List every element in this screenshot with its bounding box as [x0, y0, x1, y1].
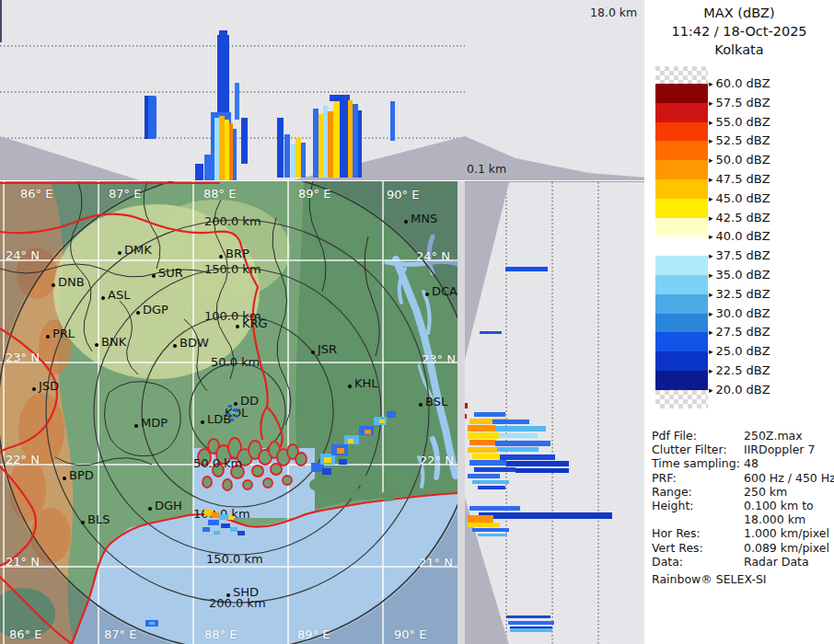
legend-level-42.5: ▸42.5 dBZ [709, 211, 770, 224]
meta-row-prf-: PRF:600 Hz / 450 Hz [652, 471, 832, 485]
min-height-label: 0.1 km [467, 162, 506, 176]
legend-level-57.5: ▸57.5 dBZ [709, 96, 770, 109]
panel-gap [458, 181, 465, 644]
metadata-footer: Rainbow® SELEX-SI [652, 572, 767, 586]
level-text: 37.5 dBZ [716, 248, 770, 262]
meta-row-vert-res-: Vert Res:0.089 km/pixel [652, 541, 832, 555]
meta-label: Hor Res: [652, 526, 701, 540]
level-arrow-icon: ▸ [709, 213, 713, 223]
legend-labels: ▸60.0 dBZ▸57.5 dBZ▸55.0 dBZ▸52.5 dBZ▸50.… [644, 0, 834, 423]
side-projection-panel [465, 181, 647, 644]
echo-cluster-khl [311, 411, 396, 475]
level-arrow-icon: ▸ [709, 251, 713, 260]
meta-label: PRF: [652, 471, 677, 485]
level-text: 40.0 dBZ [716, 229, 770, 243]
radar-display-window: 18.0 km 0.1 km [0, 0, 834, 644]
meta-label: Data: [652, 555, 683, 569]
meta-row-height-: Height:0.100 km to [652, 499, 832, 512]
echo-cluster-coast [203, 510, 245, 535]
legend-level-47.5: ▸47.5 dBZ [709, 172, 770, 186]
level-text: 27.5 dBZ [716, 325, 770, 339]
level-arrow-icon: ▸ [709, 79, 713, 88]
meta-value: 250 km [744, 485, 787, 499]
legend-panel: MAX (dBZ) 11:42 / 18-Oct-2025 Kolkata ▸6… [644, 0, 834, 644]
level-arrow-icon: ▸ [709, 290, 713, 299]
level-arrow-icon: ▸ [709, 232, 713, 241]
meta-value: IIRDoppler 7 [744, 443, 815, 456]
level-arrow-icon: ▸ [709, 98, 713, 108]
meta-value: 600 Hz / 450 Hz [744, 471, 834, 485]
level-arrow-icon: ▸ [709, 366, 713, 375]
level-arrow-icon: ▸ [709, 385, 713, 395]
legend-level-60.0: ▸60.0 dBZ [709, 76, 770, 90]
level-arrow-icon: ▸ [709, 155, 713, 165]
level-text: 32.5 dBZ [716, 287, 770, 301]
legend-level-37.5: ▸37.5 dBZ [709, 248, 770, 262]
level-text: 42.5 dBZ [716, 211, 770, 224]
side-projection-canvas [465, 182, 647, 644]
level-text: 47.5 dBZ [716, 172, 770, 186]
legend-level-27.5: ▸27.5 dBZ [709, 325, 770, 339]
level-text: 45.0 dBZ [716, 191, 770, 205]
meta-row-time-sampling-: Time sampling:48 [652, 456, 832, 470]
level-arrow-icon: ▸ [709, 175, 713, 184]
legend-level-22.5: ▸22.5 dBZ [709, 363, 770, 377]
meta-label: Clutter Filter: [652, 443, 727, 456]
level-text: 50.0 dBZ [716, 153, 770, 167]
meta-label: Pdf File: [652, 429, 697, 443]
legend-level-32.5: ▸32.5 dBZ [709, 287, 770, 301]
level-arrow-icon: ▸ [709, 270, 713, 280]
level-arrow-icon: ▸ [709, 194, 713, 203]
meta-value: 48 [744, 456, 759, 470]
map-echoes [0, 181, 458, 644]
meta-row-data-: Data:Radar Data [652, 555, 832, 569]
echo-sea-speck [145, 620, 158, 627]
max-height-label: 18.0 km [590, 6, 637, 19]
panel-left-edge [0, 0, 2, 42]
level-text: 22.5 dBZ [716, 363, 770, 377]
level-text: 20.0 dBZ [716, 383, 770, 397]
meta-row-clutter-filter-: Clutter Filter:IIRDoppler 7 [652, 443, 832, 456]
level-arrow-icon: ▸ [709, 118, 713, 127]
meta-value: 0.089 km/pixel [744, 541, 829, 555]
level-text: 25.0 dBZ [716, 344, 770, 358]
top-projection-canvas [0, 0, 647, 180]
meta-value: Radar Data [744, 555, 809, 569]
level-text: 60.0 dBZ [716, 76, 770, 90]
meta-label: Range: [652, 485, 692, 499]
legend-level-40.0: ▸40.0 dBZ [709, 229, 770, 243]
meta-value: 1.000 km/pixel [744, 526, 829, 540]
level-arrow-icon: ▸ [709, 328, 713, 337]
legend-level-25.0: ▸25.0 dBZ [709, 344, 770, 358]
meta-row-pdf-file-: Pdf File:250Z.max [652, 429, 832, 443]
legend-level-20.0: ▸20.0 dBZ [709, 383, 770, 397]
legend-level-35.0: ▸35.0 dBZ [709, 268, 770, 282]
level-arrow-icon: ▸ [709, 136, 713, 145]
meta-value: 250Z.max [744, 429, 803, 443]
legend-level-50.0: ▸50.0 dBZ [709, 153, 770, 167]
top-projection-panel: 18.0 km 0.1 km [0, 0, 647, 180]
meta-label: Vert Res: [652, 541, 703, 555]
meta-row-hor-res-: Hor Res:1.000 km/pixel [652, 526, 832, 540]
level-text: 52.5 dBZ [716, 133, 770, 147]
level-arrow-icon: ▸ [709, 347, 713, 356]
echo-center-clutter [226, 405, 238, 421]
xz-echoes [145, 30, 395, 180]
level-text: 55.0 dBZ [716, 115, 770, 129]
level-text: 35.0 dBZ [716, 268, 770, 282]
legend-level-52.5: ▸52.5 dBZ [709, 133, 770, 147]
legend-level-45.0: ▸45.0 dBZ [709, 191, 770, 205]
height-gridlines-side [506, 182, 598, 644]
level-arrow-icon: ▸ [709, 309, 713, 318]
meta-row-range-: Range:250 km [652, 485, 832, 499]
meta-label: Height: [652, 499, 694, 512]
map-panel: DMKDNBSURASLDGPBRPMNSDCAPRLBNKJSDBDWKRGM… [0, 181, 458, 644]
legend-level-30.0: ▸30.0 dBZ [709, 306, 770, 320]
level-text: 57.5 dBZ [716, 96, 770, 109]
legend-level-55.0: ▸55.0 dBZ [709, 115, 770, 129]
meta-label: Time sampling: [652, 456, 740, 470]
meta-value: 0.100 km to [744, 499, 814, 512]
meta-value: 18.000 km [744, 512, 805, 526]
level-text: 30.0 dBZ [716, 306, 770, 320]
